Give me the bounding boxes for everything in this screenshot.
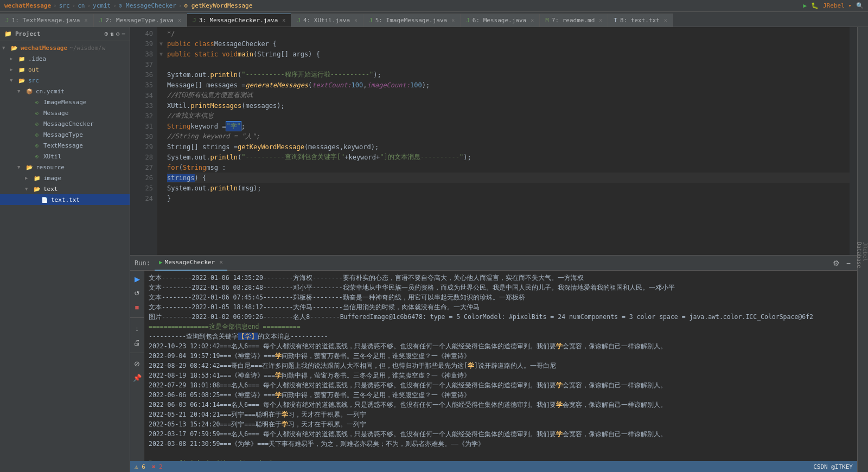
- settings-button[interactable]: ⚙: [831, 258, 842, 269]
- editor-area: 40 39 38 37 36 35 34 33 32 31 30 29 28 2…: [130, 27, 857, 472]
- code-line-36: System.out.println("----------程序开始运行啦---…: [167, 69, 850, 80]
- code-line-40: */: [167, 28, 850, 39]
- run-tab-close[interactable]: ×: [219, 259, 223, 266]
- tree-item-out[interactable]: ▶ 📁 out: [0, 64, 130, 75]
- rerun-button[interactable]: ↺: [131, 287, 143, 299]
- java-icon: ⊙: [33, 152, 41, 160]
- code-line-33: XUtil.printMessages(messages);: [167, 100, 850, 111]
- breadcrumb-ycmit[interactable]: ycmit: [93, 2, 111, 9]
- tab-imagemessage[interactable]: J 5: ImageMessage.java ×: [363, 14, 461, 27]
- jrebel-label: JRebel ▾: [823, 2, 852, 9]
- package-icon: 📦: [25, 87, 34, 95]
- run-tab-messagechecker[interactable]: ▶ MessageChecker ×: [155, 256, 227, 271]
- sidebar-action-add[interactable]: ⊕: [105, 30, 108, 37]
- filter-button[interactable]: ⊘: [131, 358, 143, 369]
- tree-item-cnycmit[interactable]: ▼ 📦 cn.ycmit: [0, 86, 130, 97]
- breadcrumb-project[interactable]: wechatMessage: [4, 2, 51, 9]
- sidebar-action-close[interactable]: −: [122, 30, 125, 37]
- tree-arrow: ▼: [2, 45, 10, 50]
- code-line-32: //查找文本信息: [167, 111, 850, 121]
- code-line-31: String keyword = "学";: [167, 121, 850, 131]
- run-button[interactable]: ▶: [803, 2, 807, 9]
- print-button[interactable]: 🖨: [131, 336, 143, 348]
- tab-readme[interactable]: M 7: readme.md ×: [540, 14, 608, 27]
- toolbar-divider: [130, 317, 144, 318]
- right-panel: JRebel Database: [857, 27, 868, 472]
- output-line: 2022-05-13 15:24:20===列宁===聪明在于学习，天才在于积累…: [149, 419, 853, 429]
- top-bar: wechatMessage › src › cn › ycmit › ⊙ Mes…: [0, 0, 868, 12]
- line-number-gutter: 40 39 38 37 36 35 34 33 32 31 30 29 28 2…: [130, 27, 157, 255]
- minimize-button[interactable]: −: [844, 258, 853, 269]
- output-line: 2022-06-06 05:08:25===《神童诗》===学问勤中得，萤窗万卷…: [149, 390, 853, 400]
- run-panel-body: ▶ ↺ ■ ↓ 🖨 ⊘ 📌 文本--------2022-01-06 14:35…: [130, 271, 857, 461]
- tree-item-message[interactable]: ⊙ Message: [0, 107, 130, 118]
- sidebar-header: 📁 Project ⊕ ⇅ ⚙ −: [0, 27, 130, 41]
- breadcrumb-cn[interactable]: cn: [78, 2, 85, 9]
- tab-texttxt[interactable]: T 8: text.txt ×: [608, 14, 673, 27]
- tree-item-messagechecker[interactable]: ⊙ MessageChecker: [0, 118, 130, 129]
- sidebar: 📁 Project ⊕ ⇅ ⚙ − ▼ 📂 wechatMessage ~/wi…: [0, 27, 130, 472]
- output-line: 2022-03-08 21:30:59===《为学》===天下事有难易乎，为之，…: [149, 439, 853, 449]
- code-line-30: //String keyword = "人";: [167, 131, 850, 142]
- output-line: 2022-03-17 07:59:59===名人6=== 每个人都没有绝对的道德…: [149, 429, 853, 439]
- code-line-38: public static void main(String[] args) {: [167, 49, 850, 59]
- sidebar-action-expand[interactable]: ⇅: [110, 30, 114, 37]
- jrebel-side-label: JRebel: [862, 242, 868, 261]
- java-icon: ⊙: [33, 142, 41, 149]
- breadcrumb-method[interactable]: ⊙ getKeyWordMessage: [184, 2, 252, 9]
- file-tabs: J 1: TextMessage.java × J 2: MessageType…: [0, 12, 868, 27]
- tree-item-project[interactable]: ▼ 📂 wechatMessage ~/wisdom/w: [0, 42, 130, 53]
- tree-item-textmessage[interactable]: ⊙ TextMessage: [0, 140, 130, 151]
- code-line-37: [167, 59, 850, 69]
- output-line: 文本--------2022-01-05 18:48:12--------大仲马…: [149, 302, 853, 312]
- tab-messagechecker[interactable]: J 3: MessageChecker.java ×: [187, 14, 291, 27]
- tree-item-image[interactable]: ▶ 📁 image: [0, 173, 130, 183]
- breadcrumb-class[interactable]: ⊙ MessageChecker: [119, 2, 176, 9]
- tree-item-resource[interactable]: ▼ 📂 resource: [0, 162, 130, 173]
- tab-message[interactable]: J 6: Message.java ×: [461, 14, 540, 27]
- output-line: 2022-06-03 06:14:14===名人6=== 每个人都没有绝对的道德…: [149, 400, 853, 410]
- output-line: 2022-10-23 12:02:42===名人6=== 每个人都没有绝对的道德…: [149, 341, 853, 351]
- sidebar-tree: ▼ 📂 wechatMessage ~/wisdom/w ▶ 📁 .idea ▶…: [0, 41, 130, 472]
- tree-item-textfolder[interactable]: ▼ 📂 text: [0, 183, 130, 194]
- txt-icon: 📄: [40, 196, 49, 203]
- run-toolbar: ⚙ −: [831, 258, 853, 269]
- output-line: 文本--------2022-01-06 07:45:45--------郑板桥…: [149, 292, 853, 302]
- tab-messagetype[interactable]: J 2: MessageType.java ×: [94, 14, 188, 27]
- status-warnings: ⚠ 6: [135, 463, 145, 470]
- tree-item-xutil[interactable]: ⊙ XUtil: [0, 151, 130, 162]
- breadcrumb-src[interactable]: src: [59, 2, 70, 9]
- run-output[interactable]: 文本--------2022-01-06 14:35:20--------方海权…: [144, 271, 857, 461]
- run-label: Run:: [135, 259, 150, 267]
- folder-icon: 📂: [25, 163, 34, 171]
- tree-item-src[interactable]: ▼ 📂 src: [0, 75, 130, 86]
- code-editor[interactable]: 40 39 38 37 36 35 34 33 32 31 30 29 28 2…: [130, 27, 857, 255]
- sidebar-title: Project: [15, 30, 40, 37]
- tree-item-idea[interactable]: ▶ 📁 .idea: [0, 53, 130, 64]
- tree-item-texttxt[interactable]: 📄 text.txt: [0, 194, 130, 205]
- output-line: 文本--------2022-01-06 08:28:48--------邓小平…: [149, 283, 853, 292]
- java-icon: ⊙: [33, 120, 41, 127]
- play-button[interactable]: ▶: [131, 273, 143, 285]
- debug-button[interactable]: 🐛: [811, 2, 819, 9]
- pin-button[interactable]: 📌: [131, 372, 143, 384]
- code-line-28: System.out.println("----------查询到包含关键字["…: [167, 152, 850, 162]
- scroll-end-button[interactable]: ↓: [131, 322, 143, 334]
- tab-xutil[interactable]: J 4: XUtil.java ×: [291, 14, 363, 27]
- code-line-25: System.out.println(msg);: [167, 183, 850, 193]
- editor-scrollbar[interactable]: [850, 27, 857, 255]
- output-line: 2022-09-04 19:57:19===《神童诗》===学问勤中得，萤窗万卷…: [149, 351, 853, 361]
- folder-icon: 📁: [17, 55, 26, 62]
- sidebar-action-settings[interactable]: ⚙: [116, 30, 120, 37]
- tab-textmessage[interactable]: J 1: TextMessage.java ×: [0, 14, 94, 27]
- run-tab-label: MessageChecker: [165, 259, 215, 266]
- stop-button[interactable]: ■: [131, 301, 143, 313]
- project-icon: 📁: [4, 30, 12, 37]
- tree-item-messagetype[interactable]: ⊙ MessageType: [0, 129, 130, 140]
- output-line: 2022-08-29 08:42:42===哥白尼===在许多问题上我的说法跟前…: [149, 361, 853, 371]
- search-icon[interactable]: 🔍: [856, 2, 864, 9]
- java-icon: ⊙: [33, 131, 41, 138]
- tree-item-imagemessage[interactable]: ⊙ ImageMessage: [0, 97, 130, 107]
- output-line: 2022-05-21 20:04:21===列宁===聪明在于学习，天才在于积累…: [149, 410, 853, 419]
- code-line-27: for (String msg :: [167, 162, 850, 173]
